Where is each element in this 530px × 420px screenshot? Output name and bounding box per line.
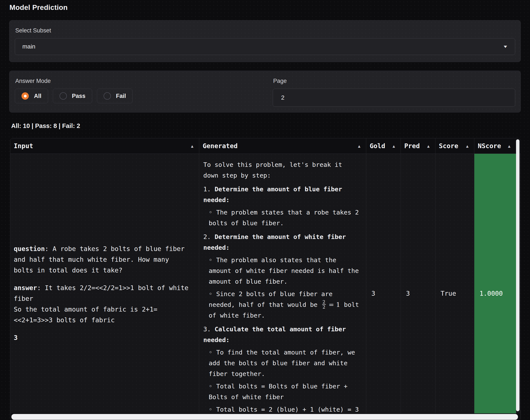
vertical-scrollbar-thumb[interactable]	[516, 139, 519, 411]
radio-unchecked-icon	[59, 92, 67, 100]
generated-bullet-item: ◦ To find the total amount of fiber, we …	[203, 347, 360, 379]
answer-mode-group: Answer Mode AllPassFail	[15, 78, 273, 112]
nscore-cell: 1.0000	[474, 154, 516, 414]
chevron-down-icon: ▼	[503, 44, 508, 49]
radio-option-label: Pass	[72, 93, 86, 99]
input-paragraph: 3	[14, 332, 190, 343]
column-header-label: Input	[14, 142, 33, 150]
bullet-icon: ◦	[209, 209, 216, 216]
column-header-label: Pred	[404, 142, 420, 150]
radio-checked-icon	[21, 92, 29, 100]
column-header-generated[interactable]: Generated▲	[199, 138, 366, 154]
sort-asc-icon: ▲	[393, 144, 395, 148]
generated-bullet-item: ◦ Since 2 bolts of blue fiber are needed…	[203, 289, 360, 321]
column-header-nscore[interactable]: NScore▲	[474, 138, 516, 154]
pred-cell: 3	[401, 154, 435, 414]
fraction: 22	[322, 300, 326, 309]
answer-mode-radio-group: AllPassFail	[15, 89, 273, 103]
bullet-icon: ◦	[209, 406, 216, 413]
answer-mode-label: Answer Mode	[15, 78, 273, 84]
page-group: Page 2	[273, 78, 515, 112]
table-row: question: A robe takes 2 bolts of blue f…	[10, 154, 521, 414]
horizontal-scrollbar-thumb[interactable]	[11, 414, 518, 420]
gold-cell: 3	[366, 154, 401, 414]
answer-mode-option-all[interactable]: All	[15, 89, 48, 103]
subset-selected-value: main	[22, 43, 35, 50]
table-header-row: Input▲Generated▲Gold▲Pred▲Score▲NScore▲	[10, 138, 521, 154]
page-input-value: 2	[281, 94, 285, 101]
score-cell: True	[435, 154, 474, 414]
generated-bullet-item: ◦ The problem also states that the amoun…	[203, 255, 360, 287]
input-paragraph: question: A robe takes 2 bolts of blue f…	[14, 243, 190, 276]
column-header-label: Score	[439, 142, 458, 150]
column-header-input[interactable]: Input▲	[10, 138, 199, 154]
generated-step-heading: 1. Determine the amount of blue fiber ne…	[203, 184, 360, 205]
table-body: question: A robe takes 2 bolts of blue f…	[10, 154, 521, 414]
column-header-pred[interactable]: Pred▲	[401, 138, 435, 154]
model-prediction-page: Model Prediction Select Subset main ▼ An…	[0, 0, 530, 420]
column-header-label: NScore	[478, 142, 501, 150]
input-cell: question: A robe takes 2 bolts of blue f…	[10, 154, 199, 414]
answer-mode-option-pass[interactable]: Pass	[53, 89, 92, 103]
column-header-label: Generated	[203, 142, 238, 150]
radio-option-label: Fail	[116, 93, 126, 99]
bullet-icon: ◦	[209, 383, 216, 390]
sort-asc-icon: ▲	[358, 144, 360, 148]
page-title: Model Prediction	[0, 0, 530, 12]
column-header-score[interactable]: Score▲	[435, 138, 474, 154]
sort-asc-icon: ▲	[466, 144, 469, 148]
generated-bullet-item: ◦ The problem states that a robe takes 2…	[203, 207, 360, 228]
generated-cell: To solve this problem, let's break it do…	[199, 154, 366, 414]
bullet-icon: ◦	[209, 256, 216, 264]
input-paragraph: answer: It takes 2/2=<<2/2=1>>1 bolt of …	[14, 282, 190, 325]
results-table: Input▲Generated▲Gold▲Pred▲Score▲NScore▲ …	[10, 138, 521, 420]
math-text: = 1	[327, 301, 340, 308]
subset-dropdown[interactable]: main ▼	[15, 38, 515, 55]
summary-line: All: 10 | Pass: 8 | Fail: 2	[11, 122, 530, 129]
sort-asc-icon: ▲	[508, 144, 510, 148]
radio-unchecked-icon	[103, 92, 111, 100]
generated-bullet-item: ◦ Total bolts = 2 (blue) + 1 (white) = 3…	[203, 404, 360, 414]
page-label: Page	[273, 78, 515, 84]
generated-bullet-item: ◦ Total bolts = Bolts of blue fiber + Bo…	[203, 381, 360, 402]
generated-step-heading: 2. Determine the amount of white fiber n…	[203, 231, 360, 253]
sort-asc-icon: ▲	[191, 144, 193, 148]
subset-label: Select Subset	[15, 27, 515, 34]
sort-asc-icon: ▲	[427, 144, 430, 148]
column-header-label: Gold	[370, 142, 385, 150]
generated-step: 3. Calculate the total amount of fiber n…	[203, 324, 360, 414]
generated-step: 2. Determine the amount of white fiber n…	[203, 231, 360, 321]
generated-intro: To solve this problem, let's break it do…	[203, 159, 360, 181]
answer-mode-option-fail[interactable]: Fail	[97, 89, 133, 103]
page-input[interactable]: 2	[273, 89, 515, 107]
controls-panel: Answer Mode AllPassFail Page 2	[9, 71, 521, 112]
vertical-scrollbar[interactable]	[515, 139, 520, 411]
subset-panel: Select Subset main ▼	[9, 20, 521, 62]
radio-option-label: All	[34, 93, 42, 99]
horizontal-scrollbar[interactable]	[10, 413, 521, 420]
bullet-icon: ◦	[209, 349, 216, 356]
generated-step-heading: 3. Calculate the total amount of fiber n…	[203, 324, 360, 345]
generated-step: 1. Determine the amount of blue fiber ne…	[203, 184, 360, 228]
bullet-icon: ◦	[209, 290, 216, 298]
column-header-gold[interactable]: Gold▲	[366, 138, 401, 154]
